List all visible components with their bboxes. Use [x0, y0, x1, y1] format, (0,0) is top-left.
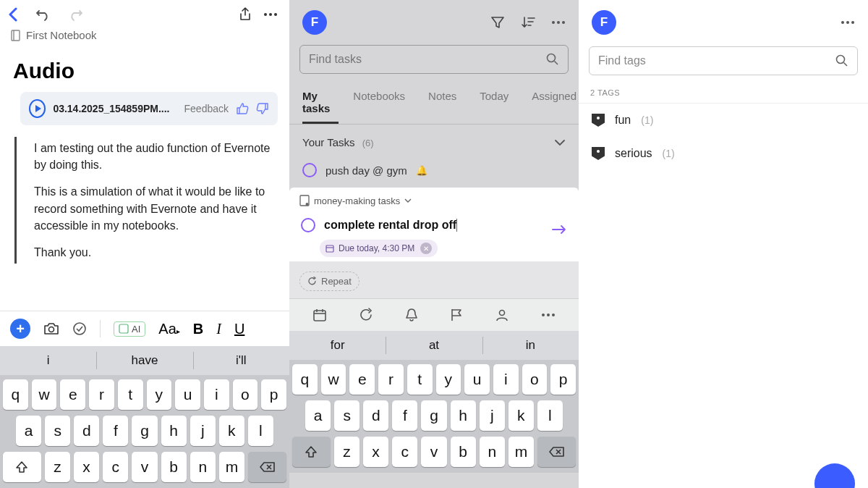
key[interactable]: t [407, 364, 433, 395]
avatar[interactable]: F [302, 10, 327, 35]
key[interactable]: i [493, 364, 519, 395]
italic-button[interactable]: I [216, 321, 221, 337]
ai-button[interactable]: AI [114, 321, 145, 337]
task-row[interactable]: push day @ gym 🔔 [289, 157, 579, 186]
note-title[interactable]: Audio [0, 44, 289, 92]
key[interactable]: m [509, 437, 534, 467]
key[interactable]: j [480, 400, 505, 431]
key[interactable]: b [161, 452, 187, 482]
flag-icon[interactable] [450, 308, 463, 322]
key[interactable]: x [74, 452, 99, 482]
shift-key[interactable] [3, 452, 41, 482]
bold-button[interactable]: B [193, 321, 203, 337]
key[interactable]: h [451, 400, 476, 431]
thumbs-up-icon[interactable] [236, 102, 249, 115]
key[interactable]: g [421, 400, 446, 431]
text-style-button[interactable]: Aa▸ [158, 321, 179, 337]
key[interactable]: u [464, 364, 490, 395]
key[interactable]: w [32, 379, 57, 410]
submit-arrow-icon[interactable] [551, 224, 567, 235]
task-checkbox[interactable] [302, 163, 317, 177]
assign-icon[interactable] [495, 308, 509, 322]
key[interactable]: a [305, 400, 331, 431]
key[interactable]: g [132, 416, 157, 446]
key[interactable]: r [89, 379, 114, 410]
suggestion[interactable]: i'll [193, 346, 289, 375]
key[interactable]: m [219, 452, 244, 482]
tab-my-tasks[interactable]: My tasks [302, 85, 339, 124]
tag-row[interactable]: fun (1) [579, 104, 868, 137]
breadcrumb[interactable]: First Notebook [0, 26, 289, 44]
search-tasks-input[interactable]: Find tasks [299, 45, 569, 74]
add-fab[interactable] [814, 463, 855, 488]
key[interactable]: j [190, 416, 216, 446]
backspace-key[interactable] [248, 452, 286, 482]
repeat-chip[interactable]: Repeat [299, 272, 359, 291]
key[interactable]: a [16, 416, 41, 446]
key[interactable]: t [118, 379, 143, 410]
thumbs-down-icon[interactable] [256, 102, 269, 115]
bell-icon[interactable] [405, 308, 418, 322]
sort-icon[interactable] [521, 16, 535, 29]
key[interactable]: d [363, 400, 388, 431]
task-input-row[interactable]: complete rental drop off [299, 206, 569, 240]
key[interactable]: q [292, 364, 318, 395]
shift-key[interactable] [292, 437, 331, 467]
key[interactable]: e [60, 379, 85, 410]
suggestion[interactable]: for [289, 331, 386, 360]
tab-notes[interactable]: Notes [428, 85, 465, 124]
key[interactable]: u [175, 379, 200, 410]
key[interactable]: n [190, 452, 216, 482]
key[interactable]: p [550, 364, 576, 395]
key[interactable]: w [321, 364, 346, 395]
key[interactable]: v [132, 452, 157, 482]
key[interactable]: v [421, 437, 446, 467]
key[interactable]: z [45, 452, 70, 482]
key[interactable]: p [261, 379, 286, 410]
key[interactable]: q [3, 379, 28, 410]
key[interactable]: x [363, 437, 388, 467]
suggestion[interactable]: at [386, 331, 482, 360]
note-body[interactable]: I am testing out the audio function of E… [14, 137, 278, 264]
back-icon[interactable] [7, 7, 19, 22]
key[interactable]: k [509, 400, 534, 431]
suggestion[interactable]: have [96, 346, 192, 375]
key[interactable]: s [334, 400, 359, 431]
tasks-section-header[interactable]: Your Tasks (6) [289, 125, 579, 157]
suggestion[interactable]: in [482, 331, 579, 360]
share-icon[interactable] [239, 7, 252, 22]
key[interactable]: c [103, 452, 128, 482]
key[interactable]: i [204, 379, 229, 410]
key[interactable]: z [334, 437, 359, 467]
clear-due-icon[interactable]: ✕ [420, 243, 432, 254]
due-date-chip[interactable]: Due today, 4:30 PM ✕ [320, 240, 438, 257]
key[interactable]: o [522, 364, 548, 395]
key[interactable]: y [436, 364, 461, 395]
more-icon[interactable] [551, 20, 566, 25]
camera-icon[interactable] [43, 322, 59, 335]
key[interactable]: h [161, 416, 187, 446]
tab-today[interactable]: Today [480, 85, 517, 124]
key[interactable]: l [537, 400, 563, 431]
key[interactable]: d [74, 416, 99, 446]
calendar-icon[interactable] [312, 308, 327, 322]
key[interactable]: o [233, 379, 258, 410]
search-tags-input[interactable]: Find tags [589, 46, 858, 75]
key[interactable]: n [480, 437, 505, 467]
key[interactable]: b [451, 437, 476, 467]
tab-assigned[interactable]: Assigned [532, 85, 585, 124]
key[interactable]: y [147, 379, 172, 410]
audio-attachment[interactable]: 03.14.2025_154859PM.... Feedback [20, 92, 278, 125]
task-check-icon[interactable] [72, 321, 87, 336]
more-icon[interactable] [263, 12, 278, 17]
avatar[interactable]: F [592, 10, 616, 35]
key[interactable]: c [392, 437, 417, 467]
backspace-key[interactable] [537, 437, 576, 467]
play-icon[interactable] [29, 99, 46, 118]
key[interactable]: e [349, 364, 375, 395]
key[interactable]: s [45, 416, 70, 446]
notebook-selector[interactable]: money-making tasks [299, 195, 569, 206]
undo-icon[interactable] [36, 8, 51, 21]
tab-notebooks[interactable]: Notebooks [353, 85, 414, 124]
insert-button[interactable]: + [10, 319, 30, 339]
